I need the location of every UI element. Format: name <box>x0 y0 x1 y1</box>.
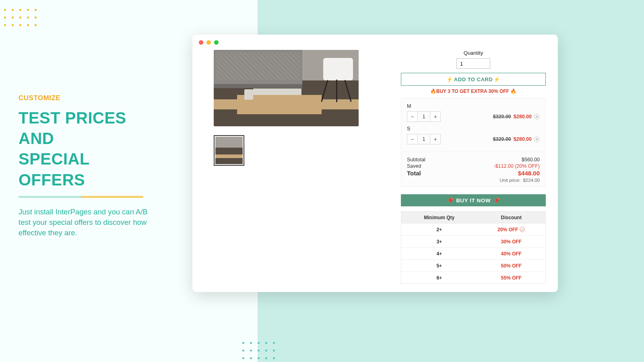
quantity-stepper[interactable]: − 1 + <box>407 134 441 144</box>
qty-value: 1 <box>418 112 430 121</box>
discount-qty: 4+ <box>401 248 477 260</box>
subtotal-label: Subtotal <box>407 157 425 162</box>
promo-offer-line: 🔥BUY 3 TO GET EXTRA 30% OFF 🔥 <box>401 88 546 94</box>
qty-increment-button[interactable]: + <box>430 112 440 121</box>
window-minimize-icon[interactable] <box>206 40 211 45</box>
variant-row: M − 1 + $320.00 $280.00 <box>407 103 540 122</box>
price-sale: $280.00 <box>514 114 532 119</box>
variant-name: M <box>407 103 540 109</box>
window-titlebar <box>192 35 558 50</box>
discount-row: 2+ 20% OFF <box>401 224 546 236</box>
discount-off: 40% OFF <box>477 248 545 260</box>
decor-dots-bottom <box>242 342 275 359</box>
discount-row: 3+ 30% OFF <box>401 236 546 248</box>
remove-icon[interactable] <box>534 136 540 142</box>
discount-qty: 6+ <box>401 272 477 284</box>
discount-off: 55% OFF <box>477 272 545 284</box>
pin-icon: 📌 <box>493 197 500 204</box>
remove-icon[interactable] <box>534 114 540 119</box>
saved-label: Saved <box>407 163 421 169</box>
bolt-icon: ⚡ <box>493 76 500 82</box>
variant-row: S − 1 + $320.00 $280.00 <box>407 126 540 144</box>
saved-value: -$112.00 (20% OFF) <box>493 163 540 169</box>
discount-th-off: Discount <box>477 212 545 224</box>
discount-qty: 5+ <box>401 260 477 272</box>
promo-body: Just install InterPages and you can A/B … <box>19 207 159 238</box>
buy-now-button[interactable]: 📌 BUY IT NOW 📌 <box>401 194 546 206</box>
total-value: $448.00 <box>518 170 540 177</box>
window-close-icon[interactable] <box>199 40 203 45</box>
discount-off: 30% OFF <box>477 236 545 248</box>
total-label: Total <box>407 170 421 177</box>
discount-row: 4+ 40% OFF <box>401 248 546 260</box>
quantity-label: Quantity <box>401 50 546 56</box>
totals-panel: Subtotal $560.00 Saved -$112.00 (20% OFF… <box>401 152 546 187</box>
unit-price-label: Unit price: <box>500 178 520 183</box>
qty-decrement-button[interactable]: − <box>407 112 418 121</box>
discount-row: 6+ 55% OFF <box>401 272 546 284</box>
promo-headline: TEST PRICES AND SPECIAL OFFERS <box>19 108 159 190</box>
product-thumbnail[interactable] <box>214 135 244 166</box>
promo-copy: CUSTOMIZE TEST PRICES AND SPECIAL OFFERS… <box>19 94 159 238</box>
check-icon <box>520 227 525 232</box>
qty-value: 1 <box>418 134 430 144</box>
quantity-input[interactable] <box>456 58 490 69</box>
qty-decrement-button[interactable]: − <box>407 134 418 144</box>
discount-th-qty: Minimum Qty <box>401 212 477 224</box>
discount-off: 50% OFF <box>477 260 545 272</box>
pin-icon: 📌 <box>447 197 454 204</box>
price-sale: $280.00 <box>514 136 532 142</box>
price-original: $320.00 <box>493 136 511 142</box>
discount-qty: 2+ <box>401 224 477 236</box>
product-image[interactable] <box>214 50 359 126</box>
add-to-cart-button[interactable]: ⚡ ADD TO CARD ⚡ <box>401 73 546 86</box>
discount-qty: 3+ <box>401 236 477 248</box>
price-original: $320.00 <box>493 114 511 119</box>
discount-off: 20% OFF <box>477 224 545 236</box>
promo-eyebrow: CUSTOMIZE <box>19 94 159 102</box>
discount-row: 5+ 50% OFF <box>401 260 546 272</box>
subtotal-value: $560.00 <box>522 157 540 162</box>
unit-price-value: $224.00 <box>523 178 540 183</box>
variant-name: S <box>407 126 540 132</box>
discount-table: Minimum Qty Discount 2+ 20% OFF 3+ 30% O… <box>401 211 546 284</box>
browser-window: Quantity ⚡ ADD TO CARD ⚡ 🔥BUY 3 TO GET E… <box>192 35 558 292</box>
variants-panel: M − 1 + $320.00 $280.00 S − 1 + <box>401 98 546 152</box>
qty-increment-button[interactable]: + <box>430 134 440 144</box>
window-zoom-icon[interactable] <box>214 40 219 45</box>
promo-underline <box>19 196 143 198</box>
decor-dots-top <box>4 9 37 26</box>
quantity-stepper[interactable]: − 1 + <box>407 111 441 122</box>
bolt-icon: ⚡ <box>446 76 453 82</box>
